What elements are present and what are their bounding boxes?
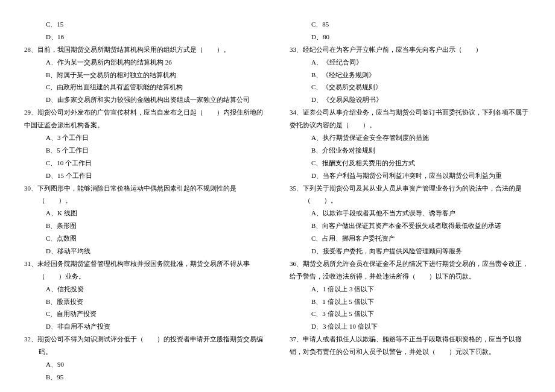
q36-opt-a: A、1 倍以上 3 倍以下 xyxy=(290,283,531,296)
q32-opt-b: B、95 xyxy=(24,371,265,384)
q33-opt-d: D、《交易风险说明书》 xyxy=(290,93,531,106)
q30-opt-b: B、条形图 xyxy=(24,220,265,232)
q30-opt-d: D、移动平均线 xyxy=(24,245,265,258)
q31-opt-d: D、非自用不动产投资 xyxy=(24,320,265,333)
q35-opt-a: A、以欺诈手段或者其他不当方式误导、诱导客户 xyxy=(290,207,531,220)
q34-opt-a: A、执行期货保证金安全存管制度的措施 xyxy=(290,131,531,144)
q29-opt-d: D、15 个工作日 xyxy=(24,169,265,182)
q29-opt-a: A、3 个工作日 xyxy=(24,131,265,144)
q27-opt-d: D、16 xyxy=(24,31,265,43)
q33-opt-c: C、《交易所交易规则》 xyxy=(290,81,531,93)
q35-opt-d: D、接受客户委托，向客户提供风险管理顾问等服务 xyxy=(290,245,531,258)
q27-opt-c: C、15 xyxy=(24,18,265,31)
q32-opt-d: D、80 xyxy=(290,31,531,43)
q36-opt-d: D、3 倍以上 10 倍以下 xyxy=(290,320,531,333)
q29-opt-b: B、5 个工作日 xyxy=(24,144,265,157)
q30-opt-a: A、K 线图 xyxy=(24,207,265,220)
q32-stem: 32、期货公司不得为知识测试评分低于（ ）的投资者申请开立股指期货交易编码。 xyxy=(24,333,265,358)
q33-stem: 33、经纪公司在为客户开立帐户前，应当事先向客户出示（ ） xyxy=(290,43,531,56)
q28-opt-a: A、作为某一交易所内部机构的结算机构 26 xyxy=(24,56,265,69)
q37-stem: 37、申请人或者拟任人以欺骗、贿赂等不正当手段取得任职资格的，应当予以撤销，对负… xyxy=(290,333,531,358)
q28-opt-d: D、由多家交易所和实力较强的金融机构出资组成一家独立的结算公司 xyxy=(24,93,265,106)
q29-stem: 29、期货公司对外发布的广告宣传材料，应当自发布之日起（ ）内报住所地的中国证监… xyxy=(24,106,265,131)
q32-opt-a: A、90 xyxy=(24,358,265,371)
q34-opt-c: C、报酬支付及相关费用的分担方式 xyxy=(290,157,531,169)
q28-opt-b: B、附属于某一交易所的相对独立的结算机构 xyxy=(24,69,265,81)
q33-opt-b: B、《经纪业务规则》 xyxy=(290,69,531,81)
q33-opt-a: A、《经纪合同》 xyxy=(290,56,531,69)
q31-opt-b: B、股票投资 xyxy=(24,296,265,308)
q34-opt-b: B、介绍业务对接规则 xyxy=(290,144,531,157)
q30-opt-c: C、点数图 xyxy=(24,232,265,245)
q34-stem: 34、证券公司从事介绍业务，应当与期货公司签订书面委托协议，下列各项不属于委托协… xyxy=(290,106,531,131)
q29-opt-c: C、10 个工作日 xyxy=(24,157,265,169)
q34-opt-d: D、当客户利益与期货公司利益冲突时，应当以期货公司利益为重 xyxy=(290,169,531,182)
q32-opt-c: C、85 xyxy=(290,18,531,31)
q36-opt-b: B、1 倍以上 5 倍以下 xyxy=(290,296,531,308)
q28-opt-c: C、由政府出面组建的具有监管职能的结算机构 xyxy=(24,81,265,93)
q35-stem: 35、下列关于期货公司及其从业人员从事资产管理业务行为的说法中，合法的是（ ）。 xyxy=(290,182,531,207)
q36-stem: 36、期货交易所允许会员在保证金不足的情况下进行期货交易的，应当责令改正，给予警… xyxy=(290,258,531,283)
q31-opt-c: C、自用动产投资 xyxy=(24,308,265,320)
q36-opt-c: C、3 倍以上 5 倍以下 xyxy=(290,308,531,320)
q35-opt-c: C、占用、挪用客户委托资产 xyxy=(290,232,531,245)
q31-stem: 31、未经国务院期货监督管理机构审核并报国务院批准，期货交易所不得从事（ ）业务… xyxy=(24,258,265,283)
q35-opt-b: B、向客户做出保证其资产本金不受损失或者取得最低收益的承诺 xyxy=(290,220,531,232)
q30-stem: 30、下列图形中，能够消除日常价格运动中偶然因素引起的不规则性的是（ ）。 xyxy=(24,182,265,207)
q28-stem: 28、目前，我国期货交易所期货结算机构采用的组织方式是（ ）。 xyxy=(24,43,265,56)
q31-opt-a: A、信托投资 xyxy=(24,283,265,296)
